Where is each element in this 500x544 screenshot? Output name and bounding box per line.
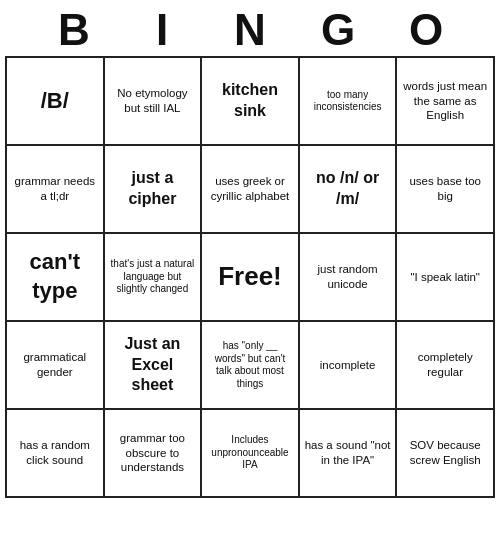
- cell-4-0: has a random click sound: [7, 410, 105, 498]
- cell-0-0: /B/: [7, 58, 105, 146]
- cell-0-1: No etymology but still IAL: [105, 58, 203, 146]
- cell-text-2-4: "I speak latin": [410, 270, 480, 285]
- cell-text-1-3: no /n/ or /m/: [304, 168, 392, 210]
- cell-text-2-0: can't type: [11, 248, 99, 305]
- cell-text-0-1: No etymology but still IAL: [109, 86, 197, 116]
- cell-2-3: just random unicode: [300, 234, 398, 322]
- cell-text-3-2: has "only __ words" but can't talk about…: [206, 340, 294, 390]
- cell-text-2-1: that's just a natural language but sligh…: [109, 258, 197, 296]
- bingo-grid: /B/No etymology but still IALkitchen sin…: [5, 56, 495, 498]
- cell-2-0: can't type: [7, 234, 105, 322]
- cell-1-3: no /n/ or /m/: [300, 146, 398, 234]
- cell-text-3-4: completely regular: [401, 350, 489, 380]
- cell-4-2: Includes unpronounceable IPA: [202, 410, 300, 498]
- cell-text-0-4: words just mean the same as English: [401, 79, 489, 124]
- cell-1-0: grammar needs a tl;dr: [7, 146, 105, 234]
- cell-4-3: has a sound "not in the IPA": [300, 410, 398, 498]
- cell-text-1-4: uses base too big: [401, 174, 489, 204]
- title-letter: G: [294, 8, 382, 52]
- cell-text-3-0: grammatical gender: [11, 350, 99, 380]
- cell-text-2-2: Free!: [218, 260, 282, 294]
- cell-4-1: grammar too obscure to understands: [105, 410, 203, 498]
- cell-3-3: incomplete: [300, 322, 398, 410]
- cell-text-3-3: incomplete: [320, 358, 376, 373]
- cell-0-4: words just mean the same as English: [397, 58, 495, 146]
- cell-text-2-3: just random unicode: [304, 262, 392, 292]
- cell-text-0-3: too many inconsistencies: [304, 89, 392, 114]
- cell-text-4-0: has a random click sound: [11, 438, 99, 468]
- title-letter: O: [382, 8, 470, 52]
- cell-text-0-2: kitchen sink: [206, 80, 294, 122]
- cell-0-2: kitchen sink: [202, 58, 300, 146]
- cell-text-4-4: SOV because screw English: [401, 438, 489, 468]
- cell-3-2: has "only __ words" but can't talk about…: [202, 322, 300, 410]
- cell-text-4-2: Includes unpronounceable IPA: [206, 434, 294, 472]
- cell-1-2: uses greek or cyrillic alphabet: [202, 146, 300, 234]
- cell-text-0-0: /B/: [41, 87, 69, 116]
- title-letter: I: [118, 8, 206, 52]
- cell-3-4: completely regular: [397, 322, 495, 410]
- cell-text-4-3: has a sound "not in the IPA": [304, 438, 392, 468]
- cell-4-4: SOV because screw English: [397, 410, 495, 498]
- title-letter: N: [206, 8, 294, 52]
- cell-2-1: that's just a natural language but sligh…: [105, 234, 203, 322]
- cell-text-1-1: just a cipher: [109, 168, 197, 210]
- title-letter: B: [30, 8, 118, 52]
- cell-3-1: Just an Excel sheet: [105, 322, 203, 410]
- cell-2-2: Free!: [202, 234, 300, 322]
- cell-text-1-2: uses greek or cyrillic alphabet: [206, 174, 294, 204]
- cell-2-4: "I speak latin": [397, 234, 495, 322]
- cell-0-3: too many inconsistencies: [300, 58, 398, 146]
- bingo-title: BINGO: [5, 8, 495, 52]
- cell-3-0: grammatical gender: [7, 322, 105, 410]
- cell-text-1-0: grammar needs a tl;dr: [11, 174, 99, 204]
- cell-1-1: just a cipher: [105, 146, 203, 234]
- cell-text-3-1: Just an Excel sheet: [109, 334, 197, 396]
- bingo-card: BINGO /B/No etymology but still IALkitch…: [5, 8, 495, 498]
- cell-text-4-1: grammar too obscure to understands: [109, 431, 197, 476]
- cell-1-4: uses base too big: [397, 146, 495, 234]
